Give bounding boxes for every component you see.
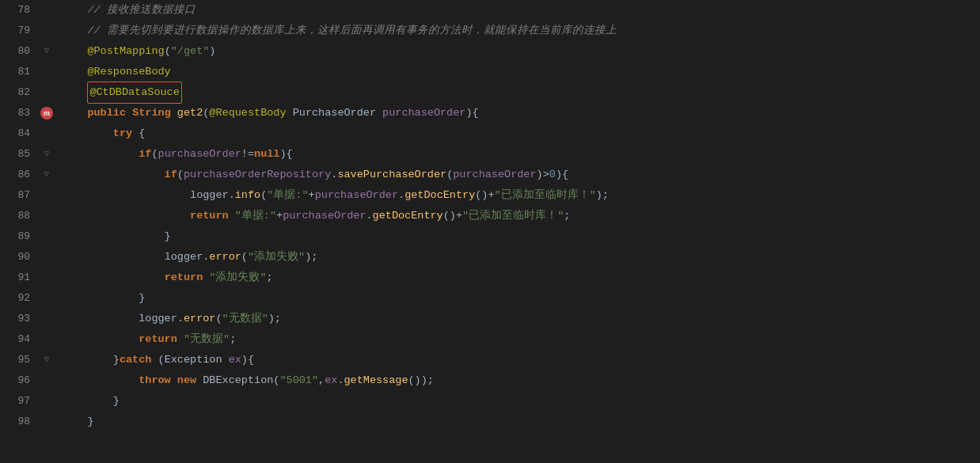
- plain-token: );: [305, 247, 317, 268]
- plain-token: (: [215, 309, 222, 329]
- plain-token: (: [151, 144, 158, 165]
- number-token: 0: [549, 165, 556, 185]
- line-number: 97: [0, 391, 30, 412]
- plain-token: ;: [267, 268, 273, 288]
- gutter-cell: [38, 0, 55, 21]
- gutter-cell: [38, 62, 55, 82]
- gutter-column: ▽m▽▽▽: [38, 0, 55, 463]
- gutter-cell: [38, 206, 55, 226]
- line-number: 88: [0, 206, 30, 226]
- plain-token: (): [443, 206, 456, 226]
- gutter-cell: [38, 288, 55, 309]
- plain-token: +: [309, 185, 315, 206]
- gutter-cell: ▽: [38, 144, 55, 165]
- fold-arrow-icon[interactable]: ▽: [43, 171, 51, 179]
- string-token: "无数据": [184, 329, 230, 350]
- code-line: }catch (Exception ex){: [62, 350, 980, 370]
- string-token: "添加失败": [248, 247, 305, 268]
- plain-token: .: [177, 309, 184, 329]
- plain-token: (: [260, 185, 267, 206]
- code-area: // 接收推送数据接口 // 需要先切到要进行数据操作的数据库上来，这样后面再调…: [55, 0, 980, 463]
- plain-token: (): [475, 185, 488, 206]
- plain-token: (: [177, 165, 184, 185]
- plain-token: }: [62, 391, 120, 412]
- plain-token: +: [456, 206, 462, 226]
- line-number: 80: [0, 41, 30, 62]
- code-line: }: [62, 288, 980, 309]
- string-token: "已添加至临时库！": [462, 206, 564, 226]
- plain-token: [62, 309, 139, 329]
- comment-token: // 需要先切到要进行数据操作的数据库上来，这样后面再调用有事务的方法时，就能保…: [62, 21, 617, 41]
- type-token: String: [132, 103, 177, 123]
- param-token: purchaseOrder: [283, 206, 366, 226]
- plain-token: ){: [556, 165, 568, 185]
- method-token: get2: [177, 103, 203, 123]
- plain-token: );: [596, 185, 609, 206]
- line-number: 98: [0, 412, 30, 432]
- plain-token: )>: [537, 165, 549, 185]
- plain-token: (: [158, 350, 165, 370]
- line-numbers-column: 7879808182838485868788899091929394959697…: [0, 0, 38, 463]
- line-number: 78: [0, 0, 30, 21]
- code-line: }: [62, 412, 980, 432]
- plain-token: ());: [408, 370, 434, 391]
- classname-token: PurchaseOrder: [293, 103, 382, 123]
- fold-arrow-icon[interactable]: ▽: [43, 47, 51, 55]
- keyword-token: return: [139, 329, 184, 350]
- plain-token: .: [229, 185, 235, 206]
- plain-token: ){: [279, 144, 292, 165]
- plain-token: ){: [465, 103, 478, 123]
- plain-token: }: [62, 412, 94, 432]
- line-number: 81: [0, 62, 30, 82]
- line-number: 86: [0, 165, 30, 185]
- classname-token: Exception: [165, 350, 229, 370]
- line-number: 87: [0, 185, 30, 206]
- logger-token: logger: [190, 185, 229, 206]
- gutter-cell: [38, 185, 55, 206]
- plain-token: [62, 185, 190, 206]
- annotation-token: @RequestBody: [209, 103, 292, 123]
- plain-token: !=: [241, 144, 254, 165]
- gutter-cell: ▽: [38, 165, 55, 185]
- string-token: "单据:": [267, 185, 308, 206]
- line-number: 89: [0, 226, 30, 247]
- keyword-token: return: [190, 206, 235, 226]
- plain-token: }: [62, 226, 171, 247]
- string-token: "无数据": [222, 309, 268, 329]
- fold-arrow-icon[interactable]: ▽: [43, 356, 51, 364]
- annotation-token: @PostMapping: [62, 41, 165, 62]
- gutter-cell: [38, 412, 55, 432]
- code-line: return "无数据";: [62, 329, 980, 350]
- code-line: public String get2(@RequestBody Purchase…: [62, 103, 980, 123]
- param-token: purchaseOrder: [315, 185, 398, 206]
- breakpoint-dot[interactable]: m: [40, 107, 53, 120]
- method-token: getDocEntry: [405, 185, 475, 206]
- plain-token: .: [337, 370, 344, 391]
- plain-token: ;: [564, 206, 570, 226]
- line-number: 82: [0, 82, 30, 103]
- plain-token: ,: [318, 370, 325, 391]
- code-line: // 接收推送数据接口: [62, 0, 980, 21]
- comment-token: // 接收推送数据接口: [62, 0, 196, 21]
- gutter-cell: m: [38, 103, 55, 123]
- code-line: if(purchaseOrderRepository.savePurchaseO…: [62, 165, 980, 185]
- param-token: purchaseOrder: [158, 144, 241, 165]
- gutter-cell: [38, 391, 55, 412]
- logger-token: logger: [139, 309, 177, 329]
- gutter-cell: ▽: [38, 350, 55, 370]
- plain-token: (: [165, 41, 171, 62]
- line-number: 91: [0, 268, 30, 288]
- fold-arrow-icon[interactable]: ▽: [43, 150, 51, 158]
- param-token: purchaseOrderRepository: [184, 165, 331, 185]
- string-token: "/get": [171, 41, 210, 62]
- line-number: 85: [0, 144, 30, 165]
- plain-token: (: [241, 247, 248, 268]
- plain-token: [62, 370, 139, 391]
- logger-token: logger: [165, 247, 203, 268]
- code-editor: 7879808182838485868788899091929394959697…: [0, 0, 980, 463]
- code-line: if(purchaseOrder!=null){: [62, 144, 980, 165]
- keyword-token: new: [177, 370, 203, 391]
- method-token: error: [209, 247, 241, 268]
- plain-token: ;: [230, 329, 236, 350]
- annotation-highlighted-token: @CtDBDataSouce: [87, 82, 181, 104]
